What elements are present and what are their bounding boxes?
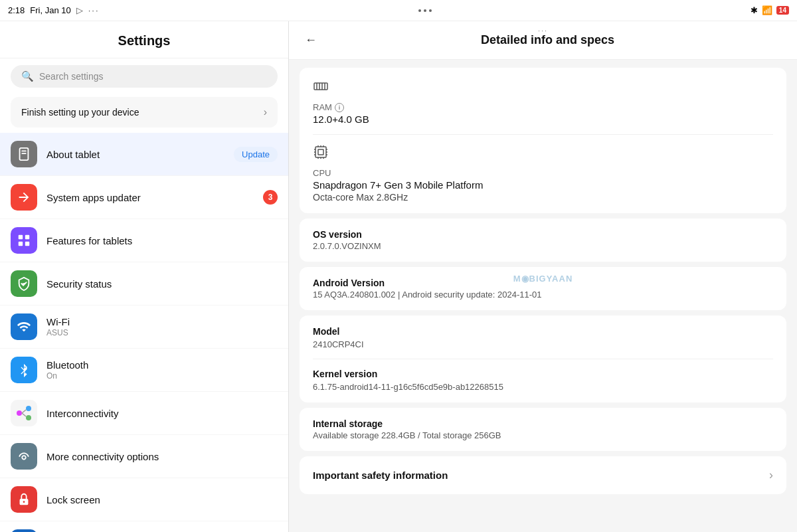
svg-rect-20: [318, 149, 323, 155]
sidebar-item-interconnectivity[interactable]: Interconnectivity: [0, 392, 288, 435]
sidebar-item-lock-screen[interactable]: Lock screen: [0, 478, 288, 521]
svg-point-8: [26, 406, 31, 411]
status-center: [418, 9, 432, 12]
system-apps-icon: [11, 184, 37, 211]
header-more-dots[interactable]: ···: [538, 27, 548, 35]
more-connectivity-label: More connectivity options: [46, 451, 278, 462]
features-tablets-icon: [11, 227, 37, 254]
status-time: 2:18: [8, 5, 25, 15]
interconnectivity-label: Interconnectivity: [46, 408, 278, 419]
cpu-section: CPU Snapdragon 7+ Gen 3 Mobile Platform …: [313, 134, 773, 203]
os-version-value: 2.0.7.0.VOZINXM: [313, 241, 773, 251]
main-layout: Settings 🔍 Search settings Finish settin…: [0, 21, 797, 532]
status-left: 2:18 Fri, Jan 10 ▷ ···: [8, 5, 100, 15]
security-status-icon: [11, 270, 37, 297]
security-status-label: Security status: [46, 278, 278, 290]
svg-rect-2: [21, 153, 26, 154]
wifi-label: Wi-Fi ASUS: [46, 316, 278, 337]
bluetooth-label: Bluetooth On: [46, 359, 278, 381]
more-icon: ···: [88, 5, 100, 15]
svg-rect-4: [25, 235, 29, 239]
kernel-section: Kernel version 6.1.75-android14-11-g16c5…: [313, 359, 773, 392]
right-panel-wrapper: ← Detailed info and specs ···: [289, 21, 797, 532]
cpu-value: Snapdragon 7+ Gen 3 Mobile Platform: [313, 179, 773, 191]
right-panel: ← Detailed info and specs ···: [289, 21, 797, 502]
wifi-icon: [11, 313, 37, 340]
important-safety-label: Important safety information: [313, 470, 448, 481]
important-safety-row[interactable]: Important safety information ›: [300, 456, 786, 494]
lock-screen-label: Lock screen: [46, 494, 278, 505]
svg-point-13: [23, 501, 25, 503]
play-icon: ▷: [76, 5, 83, 15]
internal-storage-card: Internal storage Available storage 228.4…: [300, 408, 786, 451]
cpu-icon: [313, 144, 773, 164]
about-tablet-icon: [11, 141, 37, 167]
model-kernel-card: Model 2410CRP4CI Kernel version 6.1.75-a…: [300, 315, 786, 402]
android-version-value: 15 AQ3A.240801.002 | Android security up…: [313, 290, 773, 300]
svg-line-11: [22, 413, 26, 416]
internal-storage-value: Available storage 228.4GB / Total storag…: [313, 430, 773, 440]
ram-cpu-card: RAM i 12.0+4.0 GB: [300, 68, 786, 213]
back-button[interactable]: ←: [302, 31, 319, 50]
os-version-card: OS version 2.0.7.0.VOZINXM: [300, 219, 786, 262]
model-value: 2410CRP4CI: [313, 339, 773, 349]
dot1: [418, 9, 421, 12]
update-badge[interactable]: Update: [234, 147, 278, 162]
search-placeholder: Search settings: [39, 71, 104, 82]
search-bar[interactable]: 🔍 Search settings: [11, 65, 278, 88]
sidebar-item-features-tablets[interactable]: Features for tablets: [0, 219, 288, 262]
status-right: ✱ 📶 14: [751, 5, 789, 15]
bluetooth-icon: [11, 357, 37, 383]
ram-info-icon: i: [335, 103, 344, 112]
dot3: [429, 9, 432, 12]
cpu-label: CPU: [313, 168, 773, 178]
android-version-label: Android Version: [313, 278, 773, 288]
svg-point-9: [26, 415, 31, 420]
features-tablets-label: Features for tablets: [46, 235, 278, 246]
sidebar-item-security-status[interactable]: Security status: [0, 262, 288, 306]
svg-point-7: [17, 410, 22, 416]
right-header: ← Detailed info and specs ···: [289, 21, 797, 60]
wifi-status-icon: 📶: [762, 5, 772, 15]
sidebar-item-about-tablet[interactable]: About tablet Update: [0, 133, 288, 176]
lock-screen-icon: [11, 486, 37, 513]
bluetooth-status-icon: ✱: [751, 5, 758, 15]
kernel-version-value: 6.1.75-android14-11-g16c5f6cd5e9b-ab1226…: [313, 382, 773, 392]
ram-label: RAM i: [313, 102, 773, 112]
chevron-right-icon: ›: [264, 106, 267, 118]
internal-storage-label: Internal storage: [313, 418, 773, 429]
finish-setup-label: Finish setting up your device: [21, 107, 139, 118]
sidebar: Settings 🔍 Search settings Finish settin…: [0, 21, 289, 532]
right-content: RAM i 12.0+4.0 GB: [289, 60, 797, 502]
svg-line-10: [22, 410, 26, 413]
status-bar: 2:18 Fri, Jan 10 ▷ ··· ✱ 📶 14: [0, 0, 797, 21]
notification-badge: 3: [263, 190, 278, 205]
battery-badge: 14: [776, 6, 789, 15]
search-icon: 🔍: [21, 70, 34, 82]
model-section: Model 2410CRP4CI: [313, 326, 773, 349]
ram-value: 12.0+4.0 GB: [313, 114, 773, 125]
important-safety-chevron: ›: [769, 468, 773, 482]
svg-rect-6: [25, 242, 29, 246]
sidebar-item-notifications[interactable]: Notifications & status bar: [0, 521, 288, 532]
finish-setup-row[interactable]: Finish setting up your device ›: [11, 97, 278, 128]
right-panel-title: Detailed info and specs: [327, 33, 784, 47]
svg-rect-5: [19, 242, 23, 246]
notifications-icon: [11, 529, 37, 532]
sidebar-item-bluetooth[interactable]: Bluetooth On: [0, 349, 288, 392]
sidebar-item-system-apps-updater[interactable]: System apps updater 3: [0, 176, 288, 219]
sidebar-item-more-connectivity[interactable]: More connectivity options: [0, 435, 288, 478]
ram-section: RAM i 12.0+4.0 GB: [313, 78, 773, 125]
svg-rect-1: [21, 151, 26, 152]
dot2: [424, 9, 426, 12]
cpu-value2: Octa-core Max 2.8GHz: [313, 192, 773, 203]
os-version-label: OS version: [313, 229, 773, 240]
about-tablet-label: About tablet: [46, 149, 224, 160]
sidebar-title: Settings: [0, 21, 288, 58]
system-apps-label: System apps updater: [46, 192, 254, 203]
kernel-version-label: Kernel version: [313, 369, 773, 379]
status-date: Fri, Jan 10: [30, 5, 70, 15]
more-connectivity-icon: [11, 443, 37, 470]
svg-rect-19: [315, 147, 326, 157]
sidebar-item-wifi[interactable]: Wi-Fi ASUS: [0, 306, 288, 349]
